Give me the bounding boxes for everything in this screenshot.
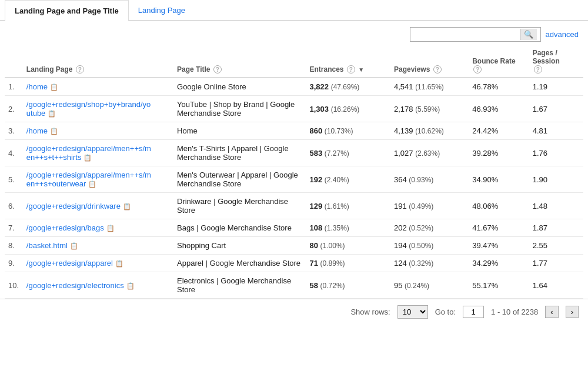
pages-session-cell: 1.48	[529, 193, 583, 219]
pageviews-cell: 4,139 (10.62%)	[390, 122, 469, 140]
copy-icon[interactable]: 📋	[126, 282, 135, 290]
th-page-title: Page Title ?	[173, 44, 306, 78]
row-num: 3.	[5, 122, 23, 140]
table-row: 1. /home📋 Google Online Store 3,822 (47.…	[5, 78, 583, 96]
bounce-rate-help-icon[interactable]: ?	[473, 65, 482, 73]
row-num: 4.	[5, 140, 23, 166]
advanced-link[interactable]: advanced	[546, 30, 579, 39]
copy-icon[interactable]: 📋	[88, 181, 96, 188]
table-container: Landing Page ? Page Title ? Entrances ? …	[0, 44, 588, 299]
bounce-rate-cell: 24.42%	[469, 122, 529, 140]
pageviews-cell: 191 (0.49%)	[390, 193, 469, 219]
entrances-cell: 58 (0.72%)	[306, 272, 390, 299]
entrances-cell: 3,822 (47.69%)	[306, 78, 390, 96]
pages-session-cell: 4.81	[529, 122, 583, 140]
tab-landing-page-and-title[interactable]: Landing Page and Page Title	[5, 0, 129, 21]
page-title-cell: Apparel | Google Merchandise Store	[173, 255, 306, 272]
page-title-cell: Google Online Store	[173, 78, 306, 96]
pageviews-cell: 95 (0.24%)	[390, 272, 469, 299]
copy-icon[interactable]: 📋	[115, 260, 123, 268]
entrances-cell: 80 (1.00%)	[306, 237, 390, 255]
pages-session-help-icon[interactable]: ?	[534, 65, 542, 73]
copy-icon[interactable]: 📋	[48, 110, 56, 118]
top-bar: 🔍 advanced	[0, 21, 588, 44]
pages-session-cell: 1.77	[529, 255, 583, 272]
entrances-cell: 583 (7.27%)	[306, 140, 390, 166]
table-row: 4. /google+redesign/apparel/men++s/men++…	[5, 140, 583, 166]
entrances-cell: 108 (1.35%)	[306, 219, 390, 237]
search-input[interactable]	[414, 30, 520, 39]
table-header-row: Landing Page ? Page Title ? Entrances ? …	[5, 44, 583, 78]
copy-icon[interactable]: 📋	[70, 242, 78, 250]
pageviews-cell: 1,027 (2.63%)	[390, 140, 469, 166]
search-button[interactable]: 🔍	[520, 29, 537, 40]
table-row: 8. /basket.html📋 Shopping Cart 80 (1.00%…	[5, 237, 583, 255]
bounce-rate-cell: 48.06%	[469, 193, 529, 219]
row-num: 2.	[5, 96, 23, 122]
page-title-help-icon[interactable]: ?	[213, 65, 222, 73]
goto-label: Go to:	[435, 308, 456, 316]
landing-page-cell[interactable]: /home📋	[23, 122, 155, 140]
entrances-cell: 71 (0.89%)	[306, 255, 390, 272]
pages-session-cell: 1.90	[529, 166, 583, 193]
bounce-rate-cell: 39.47%	[469, 237, 529, 255]
pageviews-cell: 364 (0.93%)	[390, 166, 469, 193]
landing-page-cell[interactable]: /google+redesign/apparel/men++s/men++s+o…	[23, 166, 155, 193]
copy-icon[interactable]: 📋	[106, 225, 115, 232]
entrances-help-icon[interactable]: ?	[347, 65, 355, 73]
landing-page-cell[interactable]: /basket.html📋	[23, 237, 155, 255]
bounce-rate-cell: 55.17%	[469, 272, 529, 299]
landing-page-cell[interactable]: /google+redesign/electronics📋	[23, 272, 155, 299]
prev-page-button[interactable]: ‹	[545, 306, 558, 318]
goto-input[interactable]	[463, 306, 484, 318]
row-num: 1.	[5, 78, 23, 96]
tab-landing-page[interactable]: Landing Page	[129, 0, 195, 21]
page-title-cell: Men's Outerwear | Apparel | Google Merch…	[173, 166, 306, 193]
pageviews-cell: 202 (0.52%)	[390, 219, 469, 237]
footer: Show rows: 10 25 50 100 Go to: 1 - 10 of…	[0, 299, 588, 325]
bounce-rate-cell: 46.78%	[469, 78, 529, 96]
table-row: 6. /google+redesign/drinkware📋 Drinkware…	[5, 193, 583, 219]
pageviews-cell: 4,541 (11.65%)	[390, 78, 469, 96]
spacer-cell	[155, 219, 173, 237]
page-title-cell: Shopping Cart	[173, 237, 306, 255]
row-num: 8.	[5, 237, 23, 255]
copy-icon[interactable]: 📋	[83, 154, 92, 162]
rows-select[interactable]: 10 25 50 100	[397, 305, 428, 319]
copy-icon[interactable]: 📋	[50, 83, 58, 91]
pageviews-cell: 2,178 (5.59%)	[390, 96, 469, 122]
pages-session-cell: 1.19	[529, 78, 583, 96]
landing-page-cell[interactable]: /google+redesign/apparel/men++s/men++s+t…	[23, 140, 155, 166]
page-title-cell: Drinkware | Google Merchandise Store	[173, 193, 306, 219]
landing-page-cell[interactable]: /google+redesign/shop+by+brand/youtube📋	[23, 96, 155, 122]
landing-page-cell[interactable]: /google+redesign/apparel📋	[23, 255, 155, 272]
spacer-cell	[155, 166, 173, 193]
table-row: 10. /google+redesign/electronics📋 Electr…	[5, 272, 583, 299]
spacer-cell	[155, 140, 173, 166]
pageviews-cell: 124 (0.32%)	[390, 255, 469, 272]
table-row: 7. /google+redesign/bags📋 Bags | Google …	[5, 219, 583, 237]
bounce-rate-cell: 41.67%	[469, 219, 529, 237]
spacer-cell	[155, 237, 173, 255]
entrances-cell: 860 (10.73%)	[306, 122, 390, 140]
page-title-cell: YouTube | Shop by Brand | Google Merchan…	[173, 96, 306, 122]
row-num: 7.	[5, 219, 23, 237]
data-table: Landing Page ? Page Title ? Entrances ? …	[5, 44, 583, 299]
pages-session-cell: 1.87	[529, 219, 583, 237]
table-body: 1. /home📋 Google Online Store 3,822 (47.…	[5, 78, 583, 299]
entrances-sort-icon[interactable]: ▼	[358, 66, 364, 73]
table-row: 3. /home📋 Home 860 (10.73%) 4,139 (10.62…	[5, 122, 583, 140]
spacer-cell	[155, 122, 173, 140]
copy-icon[interactable]: 📋	[50, 128, 58, 135]
table-row: 2. /google+redesign/shop+by+brand/youtub…	[5, 96, 583, 122]
next-page-button[interactable]: ›	[566, 306, 579, 318]
bounce-rate-cell: 39.28%	[469, 140, 529, 166]
copy-icon[interactable]: 📋	[123, 203, 131, 210]
entrances-cell: 129 (1.61%)	[306, 193, 390, 219]
landing-page-cell[interactable]: /home📋	[23, 78, 155, 96]
landing-page-help-icon[interactable]: ?	[76, 65, 84, 73]
pageviews-help-icon[interactable]: ?	[433, 65, 442, 73]
landing-page-cell[interactable]: /google+redesign/bags📋	[23, 219, 155, 237]
landing-page-cell[interactable]: /google+redesign/drinkware📋	[23, 193, 155, 219]
row-num: 9.	[5, 255, 23, 272]
